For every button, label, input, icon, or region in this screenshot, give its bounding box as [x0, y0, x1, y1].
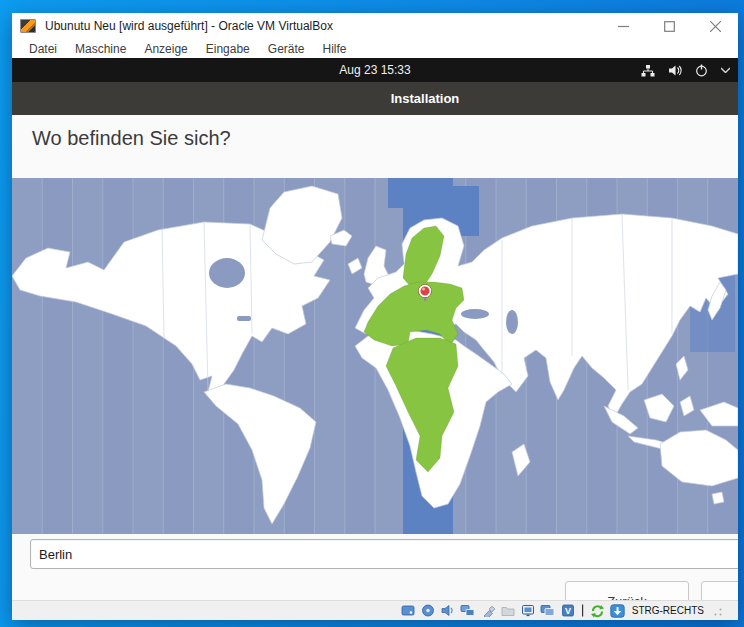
maximize-icon[interactable] [646, 13, 692, 39]
host-key-label: STRG-RECHTS [632, 605, 704, 616]
resize-grip[interactable] [714, 602, 722, 620]
keyboard-capture-icon[interactable] [610, 603, 626, 619]
installer-header: Installation [12, 82, 738, 115]
ubuntu-top-panel: Aug 23 15:33 [12, 58, 738, 82]
page-title: Wo befinden Sie sich? [32, 127, 231, 150]
minimize-icon[interactable] [600, 13, 646, 39]
timezone-map[interactable] [12, 178, 738, 534]
window-titlebar[interactable]: Ubunutu Neu [wird ausgeführt] - Oracle V… [12, 13, 738, 39]
features-icon[interactable]: V [560, 603, 576, 619]
installer-body: Wo befinden Sie sich? [12, 115, 738, 600]
optical-disc-icon[interactable] [420, 603, 436, 619]
close-icon[interactable] [692, 13, 738, 39]
vbox-status-bar: V STRG-RECHTS [12, 600, 738, 620]
virtualbox-window: Ubunutu Neu [wird ausgeführt] - Oracle V… [12, 13, 738, 620]
usb-icon[interactable] [480, 603, 496, 619]
menu-maschine[interactable]: Maschine [66, 42, 135, 56]
timezone-search-input[interactable] [30, 539, 738, 569]
svg-text:V: V [565, 606, 571, 616]
recording-icon[interactable] [540, 603, 556, 619]
virtualbox-vm-icon [20, 19, 36, 33]
menu-anzeige[interactable]: Anzeige [135, 42, 196, 56]
audio-icon[interactable] [440, 603, 456, 619]
menu-geraete[interactable]: Geräte [259, 42, 314, 56]
network-wired-icon[interactable] [641, 64, 655, 77]
hdd-icon[interactable] [400, 603, 416, 619]
separator-caret [580, 603, 586, 619]
continue-button-clipped[interactable] [701, 581, 738, 600]
display-icon[interactable] [520, 603, 536, 619]
menu-hilfe[interactable]: Hilfe [313, 42, 355, 56]
chevron-down-icon[interactable] [721, 67, 730, 73]
window-title: Ubunutu Neu [wird ausgeführt] - Oracle V… [45, 19, 333, 33]
mouse-integration-icon[interactable] [590, 603, 606, 619]
menu-bar: Datei Maschine Anzeige Eingabe Geräte Hi… [12, 39, 738, 58]
network-icon[interactable] [460, 603, 476, 619]
panel-system-indicators[interactable] [641, 58, 730, 82]
window-controls [600, 13, 738, 39]
power-icon[interactable] [695, 64, 708, 77]
panel-clock[interactable]: Aug 23 15:33 [12, 58, 738, 82]
vm-display: Aug 23 15:33 [12, 58, 738, 600]
land-tasmania [712, 492, 724, 504]
shared-folders-icon[interactable] [500, 603, 516, 619]
volume-icon[interactable] [668, 64, 682, 77]
desktop-background: Ubunutu Neu [wird ausgeführt] - Oracle V… [0, 0, 744, 627]
menu-datei[interactable]: Datei [20, 42, 66, 56]
menu-eingabe[interactable]: Eingabe [197, 42, 259, 56]
back-button[interactable]: Zurück [565, 581, 689, 600]
installer-window-title: Installation [391, 82, 460, 115]
